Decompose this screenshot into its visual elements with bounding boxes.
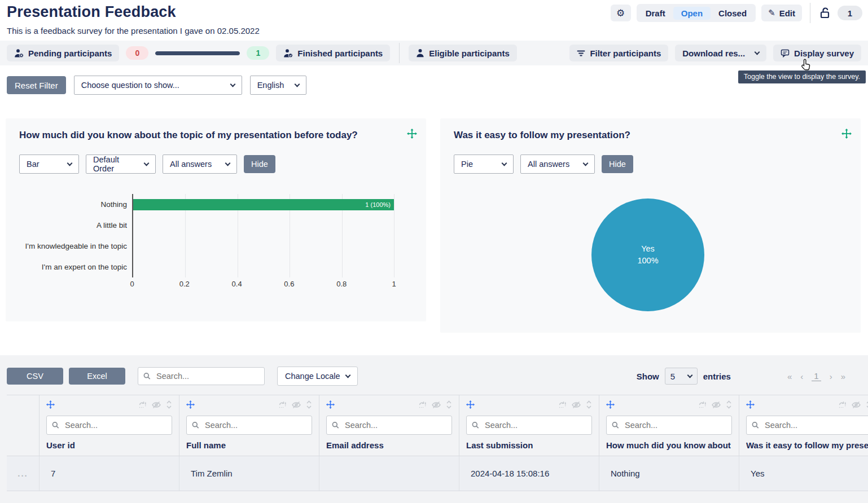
- divider: [399, 43, 400, 63]
- pencil-icon: ✎: [768, 8, 775, 18]
- table-row[interactable]: ... 7 Tim Zemlin 2024-04-18 15:08:16 Not…: [7, 456, 868, 491]
- column-priority-icon[interactable]: [418, 400, 427, 411]
- column-priority-icon[interactable]: [558, 400, 567, 411]
- current-page[interactable]: 1: [812, 371, 821, 381]
- last-page-icon[interactable]: »: [841, 372, 845, 381]
- language-select[interactable]: English: [250, 76, 306, 95]
- filter-participants-button[interactable]: Filter participants: [569, 45, 668, 61]
- move-icon[interactable]: [841, 129, 852, 140]
- csv-export-button[interactable]: CSV: [7, 368, 63, 385]
- hide-chart-button[interactable]: Hide: [602, 155, 633, 173]
- reset-filter-button[interactable]: Reset Filter: [7, 76, 66, 94]
- next-page-icon[interactable]: ›: [830, 372, 832, 381]
- chevron-down-icon: [230, 82, 235, 87]
- participants-progress-bar: [155, 51, 240, 55]
- chevron-down-icon: [345, 373, 350, 378]
- sort-icon[interactable]: [306, 400, 312, 411]
- column-move-icon[interactable]: [326, 400, 335, 411]
- panel-title: How much did you know about the topic of…: [19, 130, 413, 141]
- answers-filter-select[interactable]: All answers: [163, 155, 237, 174]
- move-icon[interactable]: [407, 129, 417, 140]
- hide-column-icon[interactable]: [572, 401, 581, 411]
- search-icon: [192, 422, 199, 429]
- column-search-input[interactable]: [606, 416, 732, 435]
- entries-label: entries: [703, 372, 731, 381]
- tab-open[interactable]: Open: [673, 7, 711, 20]
- person-x-icon: [14, 48, 24, 58]
- prev-page-icon[interactable]: ‹: [800, 372, 803, 381]
- x-axis-tick: 0.8: [336, 280, 347, 288]
- tab-closed[interactable]: Closed: [711, 7, 755, 20]
- column-move-icon[interactable]: [46, 400, 55, 411]
- column-label: Last submission: [466, 440, 592, 450]
- hide-column-icon[interactable]: [292, 401, 301, 411]
- column-header: Was it easy to follow my presentation?: [739, 395, 868, 456]
- hide-column-icon[interactable]: [712, 401, 721, 411]
- first-page-icon[interactable]: «: [787, 372, 792, 381]
- tab-draft[interactable]: Draft: [638, 7, 673, 20]
- pending-participants-button[interactable]: Pending participants: [7, 45, 119, 61]
- column-label: How much did you know about the topic of…: [606, 440, 732, 450]
- change-locale-button[interactable]: Change Locale: [277, 367, 358, 386]
- order-select[interactable]: Default Order: [86, 155, 156, 174]
- column-search-input[interactable]: [186, 416, 312, 435]
- column-search-input[interactable]: [326, 416, 452, 435]
- settings-button[interactable]: ⚙: [611, 5, 631, 21]
- sort-icon[interactable]: [446, 400, 452, 411]
- column-move-icon[interactable]: [606, 400, 615, 411]
- eligible-participants-button[interactable]: Eligible participants: [409, 45, 517, 61]
- search-icon: [332, 422, 339, 429]
- hide-column-icon[interactable]: [852, 401, 861, 411]
- column-priority-icon[interactable]: [278, 400, 287, 411]
- bar-segment[interactable]: 1 (100%): [133, 199, 394, 210]
- row-menu[interactable]: ...: [7, 456, 40, 491]
- charts-row: How much did you know about the topic of…: [0, 97, 868, 333]
- edit-button[interactable]: ✎ Edit: [761, 5, 802, 21]
- sort-icon[interactable]: [866, 400, 868, 411]
- column-priority-icon[interactable]: [698, 400, 707, 411]
- cell-q-knowledge: Nothing: [599, 456, 739, 491]
- column-search-input[interactable]: [46, 416, 172, 435]
- global-search-input[interactable]: [138, 367, 265, 385]
- download-responses-button[interactable]: Download res...: [675, 45, 766, 61]
- x-axis-tick: 1: [392, 280, 396, 288]
- column-move-icon[interactable]: [186, 400, 195, 411]
- hide-chart-button[interactable]: Hide: [244, 155, 275, 173]
- bar-chart: Nothing A little bit I'm knowledgeable i…: [19, 194, 413, 292]
- participants-toolbar: Pending participants 0 1 Finished partic…: [0, 41, 868, 65]
- display-survey-button[interactable]: Display survey: [773, 45, 861, 61]
- chevron-down-icon: [502, 161, 507, 166]
- page-subtitle: This is a feedback survey for the presen…: [7, 26, 861, 36]
- chart-type-select[interactable]: Bar: [19, 155, 79, 174]
- chart-type-select[interactable]: Pie: [454, 155, 514, 174]
- column-move-icon[interactable]: [466, 400, 475, 411]
- column-priority-icon[interactable]: [138, 400, 147, 411]
- sort-icon[interactable]: [166, 400, 172, 411]
- panel-controls: Bar Default Order All answers Hide: [19, 155, 413, 174]
- column-priority-icon[interactable]: [838, 400, 847, 411]
- hide-column-icon[interactable]: [152, 401, 161, 411]
- divider: [810, 3, 810, 23]
- sort-icon[interactable]: [586, 400, 592, 411]
- chevron-down-icon: [144, 161, 150, 166]
- hand-cursor-icon: [801, 59, 813, 74]
- cell-q-easy: Yes: [739, 456, 868, 491]
- column-label: Full name: [186, 440, 312, 450]
- sort-icon[interactable]: [726, 400, 732, 411]
- bar-category-labels: Nothing A little bit I'm knowledgeable i…: [19, 194, 132, 292]
- x-axis-ticks: 0 0.2 0.4 0.6 0.8 1: [132, 280, 394, 292]
- column-header: How much did you know about the topic of…: [599, 395, 739, 456]
- pie-circle[interactable]: Yes 100%: [591, 198, 704, 311]
- answers-filter-select[interactable]: All answers: [520, 155, 595, 174]
- pie-slice-percent: 100%: [637, 255, 658, 267]
- finished-participants-button[interactable]: Finished participants: [276, 45, 390, 61]
- column-move-icon[interactable]: [746, 400, 755, 411]
- page-size-select[interactable]: 5: [665, 368, 698, 385]
- question-select[interactable]: Choose question to show...: [74, 76, 242, 95]
- category-label: A little bit: [97, 221, 127, 230]
- hide-column-icon[interactable]: [432, 401, 441, 411]
- column-search-input[interactable]: [746, 416, 868, 435]
- column-search-input[interactable]: [466, 416, 592, 435]
- excel-export-button[interactable]: Excel: [69, 368, 125, 385]
- x-axis-tick: 0.2: [179, 280, 190, 288]
